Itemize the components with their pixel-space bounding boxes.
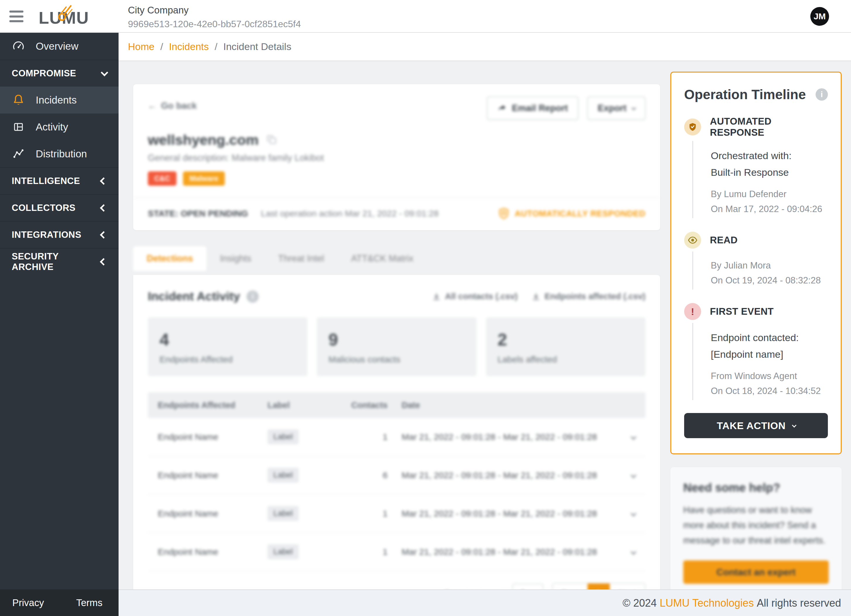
user-avatar[interactable]: JM <box>810 7 829 26</box>
stat-labels-affected: 2 Labels affected <box>486 317 645 376</box>
table-row[interactable]: Endpoint Name Label 6 Mar 21, 2022 - 09:… <box>148 456 645 495</box>
operation-timeline-title: Operation Timeline <box>684 87 806 102</box>
email-report-button[interactable]: Email Report <box>487 96 579 120</box>
content-region: ← Go back Email Report Export <box>119 62 851 589</box>
expand-row-icon[interactable] <box>631 549 636 555</box>
incident-summary-card: ← Go back Email Report Export <box>133 84 660 230</box>
columns-icon <box>12 120 25 134</box>
shield-check-icon <box>498 207 510 220</box>
sidebar-section-label: COMPROMISE <box>12 68 76 79</box>
gauge-icon <box>12 39 25 53</box>
label-chip: Label <box>268 429 299 444</box>
sidebar-section-label: INTEGRATIONS <box>12 229 81 240</box>
incident-description: General description: Malware family Loki… <box>148 153 645 163</box>
table-row[interactable]: Endpoint Name Label 1 Mar 21, 2022 - 09:… <box>148 533 645 571</box>
chevron-left-icon <box>100 258 107 265</box>
export-button[interactable]: Export <box>587 96 645 120</box>
label-chip: Label <box>268 468 299 483</box>
sidebar-section-integrations[interactable]: INTEGRATIONS <box>0 221 119 248</box>
breadcrumb-separator: / <box>215 41 217 52</box>
take-action-button[interactable]: TAKE ACTION <box>684 413 828 438</box>
sidebar-item-activity[interactable]: Activity <box>0 114 119 140</box>
sidebar-item-distribution[interactable]: Distribution <box>0 140 119 167</box>
label-chip: Label <box>268 544 299 559</box>
chevron-down-icon <box>792 423 797 428</box>
incident-state-row: STATE: OPEN PENDING Last operation actio… <box>133 198 660 230</box>
copy-icon[interactable] <box>266 134 278 145</box>
sidebar-spacer <box>0 275 119 589</box>
sidebar-section-label: SECURITY ARCHIVE <box>12 251 101 272</box>
timeline-entry-read: READ By Julian Mora On Oct 19, 2024 - 08… <box>684 232 828 289</box>
graph-icon <box>12 147 25 160</box>
label-chip: Label <box>268 506 299 521</box>
help-title: Need some help? <box>683 481 829 494</box>
company-name: City Company <box>128 4 301 16</box>
table-row[interactable]: Endpoint Name Label 1 Mar 21, 2022 - 09:… <box>148 495 645 533</box>
incident-title: wellshyeng.com <box>148 132 645 148</box>
breadcrumb-separator: / <box>161 41 163 52</box>
operation-timeline-card: Operation Timeline AUTOMATED RESPONSE <box>671 72 842 454</box>
sidebar-item-label: Activity <box>36 121 68 133</box>
lumu-technologies-link[interactable]: LUMU Technologies <box>660 597 754 609</box>
breadcrumb-home[interactable]: Home <box>128 41 155 52</box>
contact-expert-button[interactable]: Contact an expert <box>683 561 829 584</box>
copyright-prefix: © 2024 <box>622 597 657 609</box>
comet-icon <box>54 4 77 22</box>
bell-icon <box>12 93 25 107</box>
sidebar-item-label: Distribution <box>36 148 87 160</box>
tab-insights[interactable]: Insights <box>206 246 265 271</box>
eye-icon <box>684 232 701 249</box>
terms-link[interactable]: Terms <box>76 597 102 609</box>
expand-row-icon[interactable] <box>631 472 636 478</box>
timeline-entry-first-event: ! FIRST EVENT Endpoint contacted: [Endpo… <box>684 303 828 400</box>
table-header: Endpoints Affected Label Contacts Date <box>148 392 645 418</box>
tag-cc: C&C <box>148 171 176 186</box>
incident-activity-card: Incident Activity All contacts (.csv) <box>133 275 660 616</box>
sidebar-section-intelligence[interactable]: INTELLIGENCE <box>0 167 119 194</box>
sidebar-item-label: Overview <box>36 40 78 52</box>
sidebar-footer: Privacy Terms <box>0 589 119 616</box>
sidebar-section-compromise[interactable]: COMPROMISE <box>0 60 119 87</box>
chevron-down-icon <box>101 69 108 76</box>
detail-tabs: Detections Insights Threat Intel ATT&CK … <box>133 246 660 271</box>
info-icon[interactable] <box>247 291 259 303</box>
sidebar-item-overview[interactable]: Overview <box>0 33 119 60</box>
sidebar-item-incidents[interactable]: Incidents <box>0 87 119 114</box>
alert-icon: ! <box>684 303 701 320</box>
breadcrumb-incidents[interactable]: Incidents <box>169 41 209 52</box>
need-help-card: Need some help? Have questions or want t… <box>671 467 842 598</box>
go-back-button[interactable]: ← Go back <box>148 96 197 111</box>
expand-row-icon[interactable] <box>631 434 636 440</box>
incident-activity-title: Incident Activity <box>148 289 259 303</box>
stat-endpoints-affected: 4 Endpoints Affected <box>148 317 307 376</box>
endpoints-affected-csv-link[interactable]: Endpoints affected (.csv) <box>532 292 645 301</box>
incident-state: STATE: OPEN PENDING <box>148 208 248 219</box>
all-contacts-csv-link[interactable]: All contacts (.csv) <box>432 292 517 301</box>
info-icon[interactable] <box>816 88 828 100</box>
activity-stats: 4 Endpoints Affected 9 Malicious contact… <box>148 317 645 376</box>
top-header: LUMU City Company 9969e513-120e-42e0-bb5… <box>0 0 851 33</box>
sidebar-section-security-archive[interactable]: SECURITY ARCHIVE <box>0 248 119 275</box>
right-column: Operation Timeline AUTOMATED RESPONSE <box>671 62 842 598</box>
last-operation-action: Last operation action Mar 21, 2022 - 09:… <box>261 208 439 219</box>
forward-icon <box>498 103 507 113</box>
sidebar-section-collectors[interactable]: COLLECTORS <box>0 194 119 221</box>
breadcrumb-current: Incident Details <box>223 41 291 52</box>
privacy-link[interactable]: Privacy <box>12 597 44 609</box>
timeline-entry-automated-response: AUTOMATED RESPONSE Orchestrated with: Bu… <box>684 116 828 218</box>
chevron-left-icon <box>100 177 107 184</box>
page-footer: © 2024 LUMU Technologies All rights rese… <box>119 589 851 616</box>
company-id: 9969e513-120e-42e0-bb57-0cf2851ec5f4 <box>128 19 301 30</box>
tab-detections[interactable]: Detections <box>133 246 206 271</box>
tab-threat-intel[interactable]: Threat Intel <box>265 246 338 271</box>
help-body: Have questions or want to know more abou… <box>683 502 829 548</box>
expand-row-icon[interactable] <box>631 511 636 517</box>
automatically-responded-badge: AUTOMATICALLY RESPONDED <box>498 207 645 220</box>
table-row[interactable]: Endpoint Name Label 1 Mar 21, 2022 - 09:… <box>148 418 645 456</box>
lumu-logo[interactable]: LUMU <box>39 7 97 28</box>
download-icon <box>432 292 441 301</box>
tab-attck-matrix[interactable]: ATT&CK Matrix <box>338 246 427 271</box>
download-icon <box>532 292 540 301</box>
stat-malicious-contacts: 9 Malicious contacts <box>317 317 476 376</box>
hamburger-menu-icon[interactable] <box>9 10 23 22</box>
